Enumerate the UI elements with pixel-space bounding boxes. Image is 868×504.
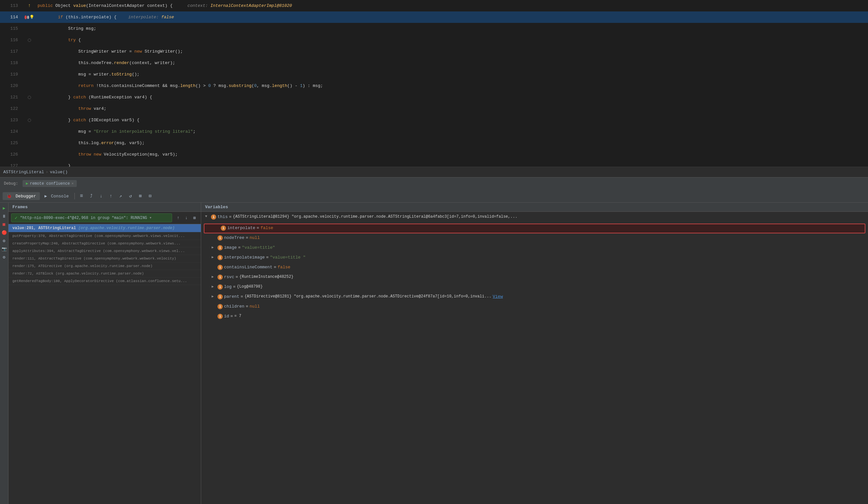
var-equals: =: [241, 294, 243, 299]
frame-item[interactable]: getRenderedTagBody:180, ApplyDecoratorDi…: [9, 278, 201, 285]
expand-icon[interactable]: ▶: [211, 294, 217, 299]
var-item-this[interactable]: ▼ i this = {ASTStringLiteral@81294} "org…: [201, 213, 868, 223]
line-number: 124: [0, 129, 24, 134]
var-type-icon: i: [217, 265, 223, 270]
code-line-121: 121 } catch (RuntimeException var4) {: [0, 91, 868, 103]
line-number: 122: [0, 106, 24, 111]
tab-console-icon: ▶: [44, 194, 47, 199]
resume-button[interactable]: ▶: [1, 205, 8, 212]
frame-class: render:72, ASTBlock (org.apache.velocity…: [12, 272, 197, 275]
var-item-containsLineComment[interactable]: i containsLineComment = false: [201, 263, 868, 273]
line-number: 113: [0, 3, 24, 8]
variables-panel-header: Variables: [201, 203, 868, 212]
variables-tree: ▼ i this = {ASTStringLiteral@81294} "org…: [201, 212, 868, 504]
check-icon: ✓: [15, 215, 17, 221]
debug-session-tab[interactable]: ▶ remote confluence ×: [22, 180, 77, 187]
var-value: false: [278, 265, 290, 270]
line-number: 126: [0, 152, 24, 157]
expand-icon[interactable]: ▼: [205, 214, 210, 218]
expand-icon[interactable]: ▶: [211, 274, 217, 279]
tab-console[interactable]: ▶ Console: [41, 192, 72, 200]
step-out-button[interactable]: ↑: [106, 192, 115, 201]
step-into-button[interactable]: ↓: [96, 192, 105, 201]
down-frame-button[interactable]: ↓: [183, 214, 190, 222]
breakpoint-empty-icon: [28, 119, 31, 122]
var-item-interpolate[interactable]: i interpolate = false: [204, 224, 865, 233]
expand-icon: [211, 314, 217, 318]
var-item-nodeTree[interactable]: i nodeTree = null: [201, 234, 868, 244]
gear-icon[interactable]: ⚙: [1, 254, 8, 261]
frame-item[interactable]: createPropertyMap:240, AbstractTagDirect…: [9, 240, 201, 248]
var-item-rsvc[interactable]: ▶ i rsvc = {RuntimeInstance@48252}: [201, 273, 868, 283]
var-item-image[interactable]: ▶ i image = "value=title": [201, 244, 868, 254]
var-item-parent[interactable]: ▶ i parent = {ASTDirective@81281} "org.a…: [201, 293, 868, 303]
var-item-log[interactable]: ▶ i log = {Log@48798}: [201, 283, 868, 293]
var-type-icon: i: [217, 274, 223, 280]
frame-item[interactable]: applyAttributes:394, AbstractTagDirectiv…: [9, 248, 201, 255]
tab-console-label: Console: [51, 194, 69, 199]
var-name: log: [224, 284, 231, 289]
tab-debugger-icon: 🐞: [7, 194, 12, 199]
frame-class: getRenderedTagBody:180, ApplyDecoratorDi…: [12, 279, 197, 283]
expand-icon[interactable]: ▶: [211, 284, 217, 289]
var-item-id[interactable]: i id = = 7: [201, 312, 868, 322]
var-type-icon: i: [217, 314, 223, 319]
code-line-114: 114 💡 if (this.interpolate) { interpolat…: [0, 11, 868, 23]
line-gutter: [24, 119, 34, 122]
var-equals: =: [266, 255, 269, 260]
var-equals: =: [273, 265, 276, 270]
watch-button[interactable]: ⊞: [135, 192, 145, 201]
line-code: }: [34, 163, 868, 167]
line-number: 118: [0, 60, 24, 65]
breadcrumb-item: ASTStringLiteral: [3, 170, 44, 174]
var-item-interpolateimage[interactable]: ▶ i interpolateimage = "value=title ": [201, 254, 868, 263]
arrow-icon: ↑: [28, 3, 31, 9]
var-value: null: [249, 304, 260, 309]
expand-icon[interactable]: ▶: [211, 245, 217, 249]
expand-icon[interactable]: ▶: [211, 255, 217, 259]
settings-button[interactable]: ⊟: [145, 192, 154, 201]
var-value: {RuntimeInstance@48252}: [239, 274, 293, 279]
var-name: rsvc: [224, 274, 234, 280]
frame-item[interactable]: putProperty:370, AbstractTagDirective (c…: [9, 232, 201, 240]
frame-item[interactable]: render:72, ASTBlock (org.apache.velocity…: [9, 270, 201, 278]
var-name: image: [224, 245, 237, 250]
frame-item[interactable]: render:111, AbstractTagDirective (com.op…: [9, 255, 201, 262]
line-number: 127: [0, 163, 24, 167]
pause-button[interactable]: ⏸: [1, 213, 8, 220]
code-line-124: 124 msg = "Error in interpolating string…: [0, 126, 868, 137]
code-line-126: 126 throw new VelocityException(msg, var…: [0, 149, 868, 160]
run-to-cursor-button[interactable]: ↗: [116, 192, 125, 201]
frame-item[interactable]: value:281, ASTStringLiteral (org.apache.…: [9, 224, 201, 232]
close-session-button[interactable]: ×: [72, 182, 74, 186]
code-line-122: 122 throw var4;: [0, 103, 868, 114]
line-number: 119: [0, 72, 24, 77]
camera-icon[interactable]: 📷: [1, 245, 8, 253]
settings-icon[interactable]: ⚙: [1, 237, 8, 244]
frame-class: createPropertyMap:240, AbstractTagDirect…: [12, 242, 197, 245]
view-link[interactable]: View: [493, 294, 503, 299]
step-over-button[interactable]: ⤴: [86, 192, 96, 201]
var-equals: =: [257, 225, 259, 230]
variables-panel: Variables ▼ i this = {ASTStringLiteral@8…: [201, 203, 868, 504]
frames-list-button[interactable]: ≡: [77, 192, 86, 201]
frame-item[interactable]: render:175, ATDirective (org.apache.velo…: [9, 262, 201, 270]
line-code: if (this.interpolate) { interpolate: fal…: [34, 15, 868, 20]
code-line-119: 119 msg = writer.toString();: [0, 69, 868, 80]
mute-breakpoints-button[interactable]: 🔴: [1, 229, 8, 236]
up-frame-button[interactable]: ↑: [175, 214, 182, 222]
filter-frames-button[interactable]: ⊞: [191, 214, 198, 222]
var-type-icon: i: [221, 225, 226, 231]
code-editor: 113 ↑ public Object value(InternalContex…: [0, 0, 868, 167]
line-gutter: ↑: [24, 3, 34, 9]
line-number: 115: [0, 26, 24, 31]
var-equals: =: [229, 214, 231, 219]
var-item-children[interactable]: i children = null: [201, 303, 868, 312]
line-code: throw new VelocityException(msg, var5);: [34, 152, 868, 157]
running-thread[interactable]: ✓ "http-nio-8090-exec-4"@42,968 in group…: [11, 213, 172, 222]
code-line-127: 127 }: [0, 160, 868, 167]
var-equals: =: [230, 314, 233, 319]
stop-button[interactable]: ⏹: [1, 221, 8, 228]
tab-debugger[interactable]: 🐞 Debugger: [3, 192, 40, 200]
evaluate-button[interactable]: ↺: [126, 192, 135, 201]
